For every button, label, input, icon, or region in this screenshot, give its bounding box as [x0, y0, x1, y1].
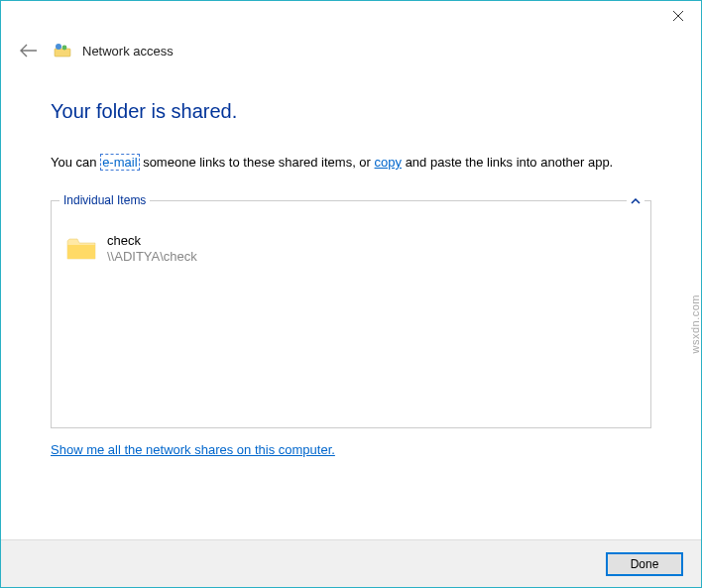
groupbox-legend: Individual Items [59, 193, 150, 207]
svg-point-4 [62, 46, 67, 51]
folder-icon [65, 235, 97, 263]
show-all-shares-link[interactable]: Show me all the network shares on this c… [51, 442, 335, 457]
arrow-left-icon [20, 44, 38, 58]
collapse-button[interactable] [627, 193, 644, 209]
back-button[interactable] [19, 41, 39, 60]
button-bar: Done [1, 539, 701, 587]
close-icon [673, 11, 683, 21]
email-link[interactable]: e-mail [100, 154, 139, 171]
individual-items-group: Individual Items check \\ADITYA\check [51, 200, 651, 428]
body-text: You can e-mail someone links to these sh… [51, 153, 651, 173]
watermark: wsxdn.com [689, 294, 701, 354]
close-button[interactable] [655, 1, 701, 31]
window-title: Network access [82, 44, 174, 59]
page-heading: Your folder is shared. [51, 100, 651, 123]
done-button[interactable]: Done [606, 552, 683, 576]
svg-point-3 [56, 44, 61, 50]
item-path: \\ADITYA\check [107, 249, 197, 266]
item-name: check [107, 233, 197, 250]
copy-link[interactable]: copy [375, 155, 402, 170]
shared-item[interactable]: check \\ADITYA\check [65, 229, 637, 271]
network-access-icon [53, 41, 72, 60]
svg-rect-2 [55, 49, 70, 57]
chevron-up-icon [631, 198, 641, 204]
